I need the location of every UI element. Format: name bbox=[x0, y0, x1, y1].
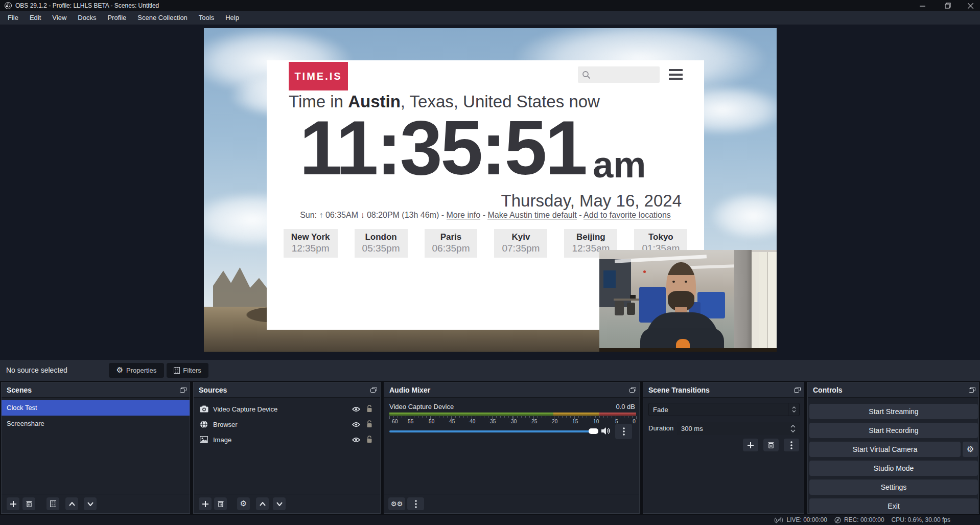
volume-slider[interactable] bbox=[389, 430, 598, 432]
move-source-up-button[interactable] bbox=[256, 497, 269, 510]
preview-canvas[interactable]: TIME.IS Time in Austin, Texas, United St… bbox=[204, 28, 777, 352]
move-source-down-button[interactable] bbox=[273, 497, 286, 510]
menu-tools[interactable]: Tools bbox=[193, 11, 220, 25]
studio-mode-button[interactable]: Studio Mode bbox=[809, 461, 978, 476]
tick-label: 0 bbox=[633, 419, 636, 424]
select-spinner[interactable] bbox=[788, 403, 799, 416]
preview-area: TIME.IS Time in Austin, Texas, United St… bbox=[0, 25, 980, 360]
transition-select[interactable]: Fade bbox=[648, 403, 800, 416]
close-button[interactable] bbox=[963, 0, 978, 11]
volume-slider-handle[interactable] bbox=[589, 428, 598, 434]
sources-header[interactable]: Sources bbox=[194, 382, 380, 398]
eye-visible-icon[interactable] bbox=[352, 437, 360, 443]
eye-visible-icon[interactable] bbox=[352, 406, 360, 412]
menu-edit[interactable]: Edit bbox=[24, 11, 46, 25]
timeis-search-box bbox=[578, 66, 660, 83]
office-red-light bbox=[643, 270, 646, 273]
separator: - bbox=[577, 211, 584, 219]
mixer-menu-button[interactable] bbox=[407, 497, 424, 510]
image-icon bbox=[200, 436, 208, 443]
speaker-icon[interactable] bbox=[601, 427, 611, 435]
filters-button[interactable]: Filters bbox=[167, 363, 208, 378]
scene-transitions-panel: Scene Transitions Fade Duration 300 ms bbox=[643, 382, 804, 514]
properties-button[interactable]: ⚙ Properties bbox=[109, 363, 164, 378]
source-row-browser[interactable]: Browser bbox=[194, 417, 380, 432]
webcam-bottom-edge bbox=[599, 348, 777, 352]
add-transition-button[interactable] bbox=[743, 439, 758, 451]
scene-transitions-header[interactable]: Scene Transitions bbox=[643, 382, 804, 398]
more-info-link: More info bbox=[447, 211, 481, 220]
restore-button[interactable] bbox=[940, 0, 955, 11]
lock-unlocked-icon[interactable] bbox=[366, 405, 372, 413]
controls-header[interactable]: Controls bbox=[808, 382, 978, 398]
advanced-audio-button[interactable]: ⚙⚙ bbox=[388, 497, 405, 510]
sun-times: Sun: ↑ 06:35AM ↓ 08:20PM (13h 46m) bbox=[300, 211, 439, 219]
source-properties-button[interactable]: ⚙ bbox=[237, 497, 250, 510]
lock-unlocked-icon[interactable] bbox=[366, 420, 372, 428]
scenes-panel: Scenes Clock Test Screenshare bbox=[1, 382, 190, 514]
menu-scene-collection[interactable]: Scene Collection bbox=[132, 11, 193, 25]
controls-title: Controls bbox=[813, 386, 965, 394]
menu-file[interactable]: File bbox=[2, 11, 24, 25]
virtual-camera-settings-button[interactable]: ⚙ bbox=[963, 442, 978, 457]
tick-label: -55 bbox=[406, 419, 413, 424]
add-scene-button[interactable] bbox=[7, 497, 19, 510]
audio-mixer-panel: Audio Mixer Video Capture Device 0.0 dB … bbox=[384, 382, 640, 514]
mixer-channel-level: 0.0 dB bbox=[616, 403, 635, 410]
source-row-image[interactable]: Image bbox=[194, 432, 380, 448]
remove-scene-button[interactable] bbox=[22, 497, 35, 510]
big-clock: 11:35:51 am bbox=[299, 109, 646, 186]
gear-icon: ⚙ bbox=[967, 445, 974, 453]
scene-item-clock-test[interactable]: Clock Test bbox=[2, 400, 190, 416]
world-clock-new-york: New York 12:35pm bbox=[284, 229, 338, 258]
sun-info-line: Sun: ↑ 06:35AM ↓ 08:20PM (13h 46m) - Mor… bbox=[267, 211, 704, 220]
start-streaming-button[interactable]: Start Streaming bbox=[809, 404, 978, 419]
selected-source-bar: No source selected ⚙ Properties Filters bbox=[0, 360, 980, 381]
scene-filters-button[interactable] bbox=[46, 497, 59, 510]
popout-icon[interactable] bbox=[965, 383, 978, 397]
start-virtual-camera-button[interactable]: Start Virtual Camera bbox=[809, 442, 961, 457]
exit-button[interactable]: Exit bbox=[809, 498, 978, 514]
popout-icon[interactable] bbox=[626, 383, 639, 397]
globe-icon bbox=[200, 420, 208, 428]
eye-visible-icon[interactable] bbox=[352, 422, 360, 427]
source-row-video-capture[interactable]: Video Capture Device bbox=[194, 402, 380, 417]
cloud bbox=[710, 192, 777, 240]
status-bar: LIVE: 00:00:00 REC: 00:00:00 CPU: 0.6%, … bbox=[0, 515, 980, 525]
office-chair bbox=[615, 301, 624, 315]
live-status: LIVE: 00:00:00 bbox=[774, 516, 827, 523]
duration-spinner[interactable] bbox=[786, 425, 800, 432]
mixer-options-button[interactable] bbox=[615, 424, 632, 439]
audio-mixer-header[interactable]: Audio Mixer bbox=[384, 382, 639, 398]
menu-profile[interactable]: Profile bbox=[102, 11, 132, 25]
world-clock-london: London 05:35pm bbox=[355, 229, 408, 258]
divider bbox=[194, 494, 380, 494]
scenes-header[interactable]: Scenes bbox=[2, 382, 190, 398]
tick-label: -25 bbox=[530, 419, 537, 424]
person-eye bbox=[672, 281, 675, 283]
menu-help[interactable]: Help bbox=[220, 11, 245, 25]
minimize-button[interactable] bbox=[915, 0, 930, 11]
no-source-selected-label: No source selected bbox=[6, 366, 67, 374]
scene-item-screenshare[interactable]: Screenshare bbox=[2, 416, 190, 431]
stream-inactive-icon bbox=[774, 517, 783, 523]
popout-icon[interactable] bbox=[367, 383, 380, 397]
move-scene-down-button[interactable] bbox=[84, 497, 97, 510]
add-source-button[interactable] bbox=[199, 497, 212, 510]
lock-unlocked-icon[interactable] bbox=[366, 436, 372, 443]
remove-source-button[interactable] bbox=[214, 497, 227, 510]
transition-options-button[interactable] bbox=[784, 439, 799, 451]
popout-icon[interactable] bbox=[176, 383, 190, 397]
duration-spinbox[interactable]: 300 ms bbox=[677, 422, 800, 435]
settings-button[interactable]: Settings bbox=[809, 480, 978, 495]
office-screen bbox=[603, 270, 616, 288]
move-scene-up-button[interactable] bbox=[65, 497, 78, 510]
tick-label: -30 bbox=[509, 419, 517, 424]
record-inactive-icon bbox=[834, 517, 841, 523]
remove-transition-button[interactable] bbox=[763, 439, 779, 451]
menu-view[interactable]: View bbox=[46, 11, 72, 25]
menu-docks[interactable]: Docks bbox=[72, 11, 102, 25]
popout-icon[interactable] bbox=[790, 383, 804, 397]
tick-label: -35 bbox=[488, 419, 496, 424]
start-recording-button[interactable]: Start Recording bbox=[809, 423, 978, 438]
